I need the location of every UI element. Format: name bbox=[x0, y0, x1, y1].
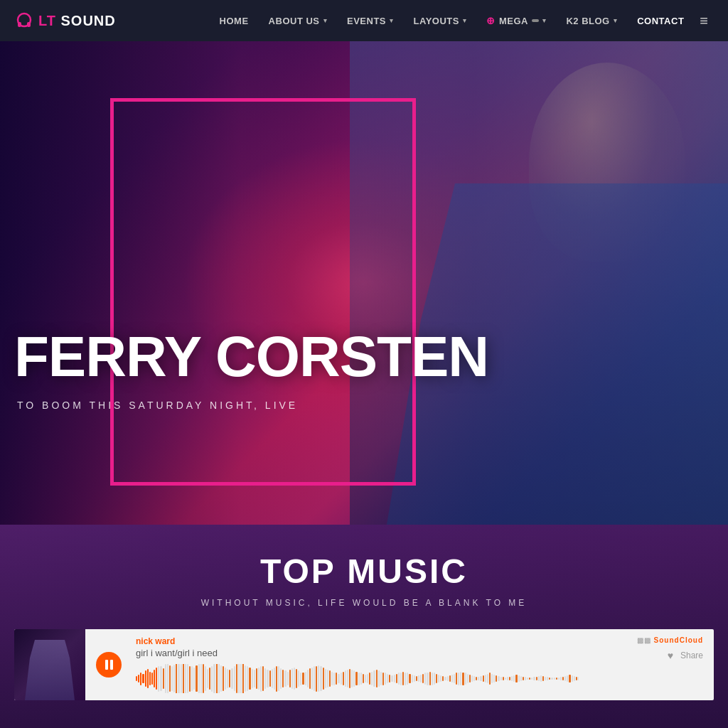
waveform-bar[interactable] bbox=[136, 676, 137, 681]
waveform-bar[interactable] bbox=[527, 678, 528, 680]
waveform-bar[interactable] bbox=[351, 670, 353, 687]
waveform-bar[interactable] bbox=[267, 670, 268, 687]
waveform-bar[interactable] bbox=[507, 677, 508, 680]
waveform-bar[interactable] bbox=[211, 666, 213, 692]
waveform-bar[interactable] bbox=[223, 666, 224, 690]
player-artist[interactable]: nick ward bbox=[136, 636, 579, 646]
waveform-bar[interactable] bbox=[567, 675, 568, 682]
waveform-bar[interactable] bbox=[483, 675, 484, 682]
waveform-bar[interactable] bbox=[547, 677, 548, 680]
waveform-bar[interactable] bbox=[564, 676, 566, 681]
nav-item-events[interactable]: EVENTS ▾ bbox=[337, 0, 404, 41]
waveform-bar[interactable] bbox=[489, 673, 491, 684]
waveform-bar[interactable] bbox=[355, 672, 357, 686]
waveform-bar[interactable] bbox=[291, 668, 293, 689]
waveform-bar[interactable] bbox=[216, 664, 218, 693]
waveform-bar[interactable] bbox=[323, 668, 324, 690]
nav-item-about[interactable]: ABOUT US ▾ bbox=[259, 0, 337, 41]
waveform-bar[interactable] bbox=[369, 673, 370, 684]
waveform-bar[interactable] bbox=[264, 668, 266, 689]
waveform-bar[interactable] bbox=[296, 669, 297, 688]
waveform-bar[interactable] bbox=[545, 677, 546, 680]
waveform-bar[interactable] bbox=[360, 673, 362, 684]
waveform-bar[interactable] bbox=[363, 674, 364, 684]
waveform-bar[interactable] bbox=[554, 678, 555, 680]
waveform-bar[interactable] bbox=[187, 664, 188, 693]
waveform-bar[interactable] bbox=[294, 668, 295, 690]
waveform-bar[interactable] bbox=[518, 675, 520, 682]
waveform-bar[interactable] bbox=[418, 675, 419, 682]
waveform-bar[interactable] bbox=[249, 668, 250, 690]
share-button[interactable]: Share bbox=[680, 651, 703, 660]
waveform-bar[interactable] bbox=[318, 665, 319, 692]
waveform-bar[interactable] bbox=[302, 673, 304, 684]
waveform-bar[interactable] bbox=[269, 670, 271, 687]
waveform-bar[interactable] bbox=[402, 672, 404, 686]
waveform-bar[interactable] bbox=[149, 672, 151, 686]
waveform-bar[interactable] bbox=[203, 664, 204, 693]
waveform-bar[interactable] bbox=[509, 677, 510, 680]
waveform-bar[interactable] bbox=[551, 678, 552, 680]
waveform-bar[interactable] bbox=[371, 672, 373, 686]
waveform-bar[interactable] bbox=[307, 670, 309, 687]
waveform-bar[interactable] bbox=[183, 664, 184, 693]
waveform-bar[interactable] bbox=[480, 676, 481, 681]
waveform-bar[interactable] bbox=[353, 670, 355, 687]
waveform-bar[interactable] bbox=[305, 672, 306, 686]
waveform-bar[interactable] bbox=[562, 677, 564, 680]
waveform-bar[interactable] bbox=[156, 668, 157, 690]
waveform-bar[interactable] bbox=[456, 673, 457, 684]
waveform-bar[interactable] bbox=[240, 664, 242, 693]
waveform-bar[interactable] bbox=[462, 673, 464, 685]
waveform-bar[interactable] bbox=[540, 675, 542, 682]
waveform-bar[interactable] bbox=[576, 677, 577, 680]
waveform-bar[interactable] bbox=[274, 668, 275, 690]
waveform-bar[interactable] bbox=[398, 673, 400, 684]
waveform-bar[interactable] bbox=[438, 675, 439, 682]
waveform-bar[interactable] bbox=[478, 677, 479, 680]
waveform-bar[interactable] bbox=[538, 676, 540, 681]
waveform-bar[interactable] bbox=[325, 669, 326, 688]
waveform-bar[interactable] bbox=[525, 677, 526, 680]
waveform-bar[interactable] bbox=[200, 664, 202, 693]
waveform-bar[interactable] bbox=[218, 664, 220, 693]
waveform-bar[interactable] bbox=[284, 670, 286, 687]
waveform-bar[interactable] bbox=[574, 676, 575, 681]
waveform-bar[interactable] bbox=[260, 666, 262, 692]
waveform-bar[interactable] bbox=[242, 664, 244, 693]
waveform-bar[interactable] bbox=[196, 665, 197, 692]
waveform-bar[interactable] bbox=[513, 675, 515, 682]
waveform-bar[interactable] bbox=[485, 675, 486, 682]
waveform-bar[interactable] bbox=[422, 674, 424, 684]
waveform-bar[interactable] bbox=[272, 669, 273, 688]
hamburger-icon[interactable]: ≡ bbox=[694, 13, 714, 28]
waveform-bar[interactable] bbox=[341, 673, 342, 684]
nav-link-about[interactable]: ABOUT US ▾ bbox=[259, 0, 337, 41]
nav-item-mega[interactable]: ⊕ MEGA ▾ bbox=[476, 0, 556, 41]
waveform-bar[interactable] bbox=[331, 672, 333, 686]
waveform-bar[interactable] bbox=[154, 670, 155, 687]
nav-link-layouts[interactable]: LAYOUTS ▾ bbox=[404, 0, 477, 41]
waveform-bar[interactable] bbox=[329, 670, 331, 687]
heart-button[interactable]: ♥ bbox=[668, 650, 673, 661]
nav-link-mega[interactable]: ⊕ MEGA ▾ bbox=[476, 0, 556, 41]
waveform-bar[interactable] bbox=[416, 676, 417, 681]
waveform-bar[interactable] bbox=[349, 669, 350, 688]
waveform-bar[interactable] bbox=[316, 666, 317, 692]
waveform-bar[interactable] bbox=[432, 673, 433, 685]
waveform-bar[interactable] bbox=[473, 676, 475, 681]
waveform-bar[interactable] bbox=[412, 675, 413, 682]
waveform-bar[interactable] bbox=[220, 665, 222, 692]
waveform-bar[interactable] bbox=[309, 668, 311, 689]
waveform-bar[interactable] bbox=[442, 676, 444, 681]
waveform-bar[interactable] bbox=[382, 673, 384, 685]
waveform-bar[interactable] bbox=[444, 677, 446, 680]
waveform-bar[interactable] bbox=[314, 666, 315, 690]
waveform-bar[interactable] bbox=[140, 673, 141, 685]
waveform-bar[interactable] bbox=[515, 675, 517, 682]
waveform-bar[interactable] bbox=[458, 673, 459, 685]
waveform-bar[interactable] bbox=[298, 670, 299, 687]
waveform-bar[interactable] bbox=[451, 675, 453, 682]
waveform-bar[interactable] bbox=[173, 665, 175, 693]
logo[interactable]: LT SOUND bbox=[14, 11, 116, 31]
